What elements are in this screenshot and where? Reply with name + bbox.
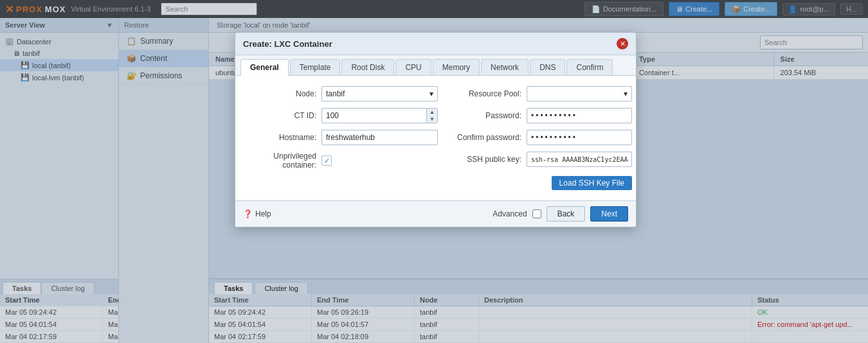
back-button[interactable]: Back [547, 206, 586, 222]
tab-network[interactable]: Network [481, 59, 529, 75]
advanced-label: Advanced [493, 209, 527, 218]
load-ssh-button[interactable]: Load SSH Key File [552, 176, 632, 190]
dialog-right-col: Resource Pool: ▾ Password: [451, 86, 632, 190]
dialog-tabs: General Template Root Disk CPU Memory Ne… [235, 55, 636, 76]
ctid-label: CT ID: [246, 111, 316, 120]
ctid-spinner-btns: ▲ ▼ [426, 108, 438, 123]
footer-right: Advanced Back Next [493, 206, 628, 222]
tab-root-disk[interactable]: Root Disk [341, 59, 394, 75]
ssh-key-input[interactable] [527, 152, 632, 167]
hostname-row: Hostname: [246, 130, 438, 145]
ctid-row: CT ID: ▲ ▼ [246, 108, 438, 123]
resource-pool-select[interactable]: ▾ [527, 86, 632, 101]
app-container: ✕ PROXMOX Virtual Environment 6.1-3 📄 Do… [0, 0, 868, 343]
password-row: Password: [451, 108, 632, 123]
resource-pool-row: Resource Pool: ▾ [451, 86, 632, 101]
hostname-input[interactable] [321, 130, 438, 145]
confirm-password-label: Confirm password: [451, 133, 521, 142]
unprivileged-row: Unprivileged container: [246, 152, 438, 170]
confirm-password-row: Confirm password: [451, 130, 632, 145]
dialog-close-button[interactable]: ✕ [617, 38, 628, 49]
ssh-key-row: SSH public key: [451, 152, 632, 167]
unprivileged-label: Unprivileged container: [246, 152, 316, 170]
chevron-down-icon: ▾ [624, 89, 628, 98]
help-button[interactable]: ❓ Help [243, 209, 271, 218]
hostname-label: Hostname: [246, 133, 316, 142]
tab-general[interactable]: General [240, 59, 289, 76]
create-lxc-dialog: Create: LXC Container ✕ General Template… [235, 32, 637, 227]
tab-memory[interactable]: Memory [433, 59, 480, 75]
ctid-down-btn[interactable]: ▼ [427, 116, 437, 123]
node-label: Node: [246, 89, 316, 98]
dialog-overlay: Create: LXC Container ✕ General Template… [0, 0, 868, 343]
unprivileged-checkbox[interactable] [321, 155, 332, 166]
password-input[interactable] [527, 108, 632, 123]
ctid-spinner: ▲ ▼ [321, 108, 438, 123]
tab-cpu[interactable]: CPU [395, 59, 431, 75]
dialog-title: Create: LXC Container [243, 39, 332, 49]
tab-template[interactable]: Template [290, 59, 341, 75]
dialog-footer: ❓ Help Advanced Back Next [235, 200, 636, 227]
ctid-up-btn[interactable]: ▲ [427, 109, 437, 116]
confirm-password-input[interactable] [527, 130, 632, 145]
dialog-titlebar: Create: LXC Container ✕ [235, 33, 636, 55]
ssh-key-label: SSH public key: [451, 155, 521, 164]
chevron-down-icon: ▾ [429, 89, 433, 98]
ctid-input[interactable] [321, 108, 426, 123]
tab-dns[interactable]: DNS [530, 59, 565, 75]
dialog-left-col: Node: tanbif ▾ CT ID: [246, 86, 438, 190]
tab-confirm[interactable]: Confirm [566, 59, 613, 75]
dialog-body: Node: tanbif ▾ CT ID: [235, 76, 636, 200]
next-button[interactable]: Next [590, 206, 628, 222]
load-ssh-row: Load SSH Key File [451, 173, 632, 190]
help-icon: ❓ [243, 209, 253, 218]
node-row: Node: tanbif ▾ [246, 86, 438, 101]
resource-pool-label: Resource Pool: [451, 89, 521, 98]
node-select[interactable]: tanbif ▾ [321, 86, 438, 101]
advanced-checkbox[interactable] [532, 209, 541, 218]
password-label: Password: [451, 111, 521, 120]
